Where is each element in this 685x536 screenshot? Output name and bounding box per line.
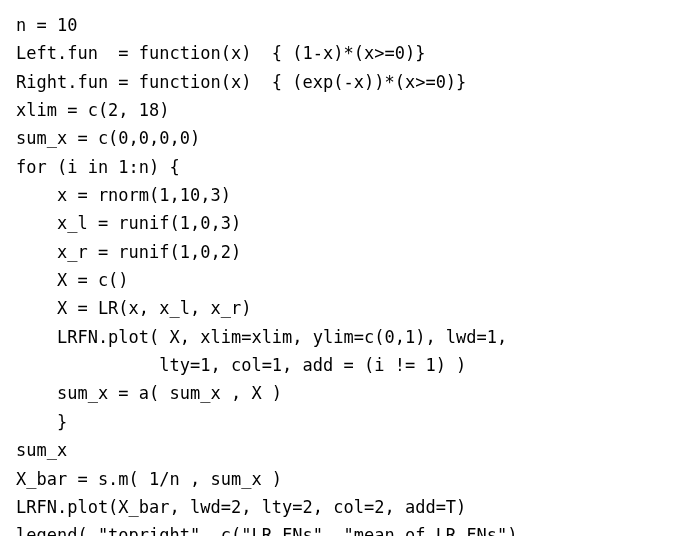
code-content: n = 10 Left.fun = function(x) { (1-x)*(x… [16,15,589,536]
code-block: n = 10 Left.fun = function(x) { (1-x)*(x… [0,0,685,536]
